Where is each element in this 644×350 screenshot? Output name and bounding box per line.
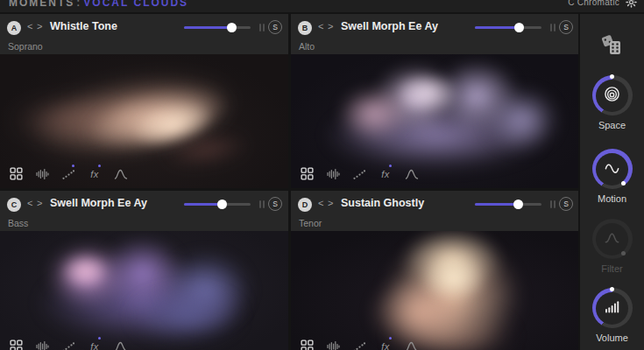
preset-title[interactable]: Sustain Ghostly xyxy=(341,197,424,209)
layers-grid-icon[interactable] xyxy=(299,166,315,181)
level-meter xyxy=(550,24,556,32)
brand-left: MOMENTS xyxy=(9,0,74,9)
notification-dot xyxy=(389,164,392,167)
voice-panel-a: A < > Whistle Tone S Soprano fx xyxy=(0,14,288,188)
space-knob[interactable] xyxy=(592,75,633,116)
space-knob-label: Space xyxy=(598,120,626,130)
brand-separator: : xyxy=(74,0,83,9)
layers-grid-icon[interactable] xyxy=(299,339,315,350)
envelope-icon[interactable] xyxy=(404,166,420,181)
knob-indicator-dot xyxy=(621,251,626,256)
voice-panel-c: C < > Swell Morph Ee Ay S Bass fx xyxy=(0,191,288,350)
slider-fill xyxy=(475,203,518,206)
tool-row: fx xyxy=(299,166,420,181)
waveform-icon[interactable] xyxy=(325,339,341,350)
layers-grid-icon[interactable] xyxy=(8,166,24,181)
scale-selector[interactable]: C Chromatic xyxy=(568,0,619,7)
slider-thumb[interactable] xyxy=(514,23,524,32)
next-preset-icon[interactable]: > xyxy=(37,21,42,32)
voice-badge-d[interactable]: D xyxy=(298,198,312,212)
space-icon xyxy=(604,86,620,106)
filter-icon xyxy=(604,229,620,249)
volume-icon xyxy=(604,298,620,318)
slider-fill xyxy=(184,203,222,206)
solo-button[interactable]: S xyxy=(559,197,573,211)
voice-badge-c[interactable]: C xyxy=(7,198,21,212)
filter-knob[interactable] xyxy=(592,219,633,259)
solo-button[interactable]: S xyxy=(268,197,282,211)
slider-fill xyxy=(475,26,519,29)
tool-row: fx xyxy=(8,166,129,181)
notification-dot xyxy=(98,337,101,340)
volume-knob[interactable] xyxy=(592,288,633,328)
slider-thumb[interactable] xyxy=(513,200,523,209)
brand-title: MOMENTS:VOCAL CLOUDS xyxy=(9,0,188,9)
fx-icon[interactable]: fx xyxy=(87,339,103,350)
preset-title[interactable]: Swell Morph Ee Ay xyxy=(50,197,147,209)
level-slider[interactable] xyxy=(184,203,251,206)
header-bar: MOMENTS:VOCAL CLOUDS C Chromatic xyxy=(0,0,644,12)
next-preset-icon[interactable]: > xyxy=(37,198,42,208)
notification-dot xyxy=(72,164,74,167)
preset-title[interactable]: Swell Morph Ee Ay xyxy=(341,20,438,32)
envelope-icon[interactable] xyxy=(113,339,129,350)
prev-preset-icon[interactable]: < xyxy=(27,198,32,208)
slider-thumb[interactable] xyxy=(227,23,237,32)
solo-button[interactable]: S xyxy=(268,20,282,34)
envelope-icon[interactable] xyxy=(113,166,129,181)
next-preset-icon[interactable]: > xyxy=(328,21,333,32)
knob-indicator-dot xyxy=(610,287,614,291)
tool-row: fx xyxy=(8,339,129,350)
cloud-image xyxy=(0,231,288,350)
steps-sequencer-icon[interactable] xyxy=(60,339,76,350)
volume-knob-label: Volume xyxy=(596,332,628,343)
motion-knob[interactable] xyxy=(592,149,633,189)
steps-sequencer-icon[interactable] xyxy=(60,166,76,181)
layers-grid-icon[interactable] xyxy=(8,339,24,350)
master-sidebar: Space Motion Filter Volume xyxy=(580,14,644,350)
brand-right: VOCAL CLOUDS xyxy=(83,0,188,9)
level-slider[interactable] xyxy=(475,26,541,29)
motion-knob-label: Motion xyxy=(598,193,626,204)
voice-badge-b[interactable]: B xyxy=(298,21,312,35)
solo-button[interactable]: S xyxy=(559,20,573,34)
steps-sequencer-icon[interactable] xyxy=(351,166,367,181)
envelope-icon[interactable] xyxy=(404,339,420,350)
steps-sequencer-icon[interactable] xyxy=(351,339,367,350)
voice-panel-b: B < > Swell Morph Ee Ay S Alto fx xyxy=(291,14,578,188)
fx-icon[interactable]: fx xyxy=(87,166,103,181)
prev-preset-icon[interactable]: < xyxy=(318,198,323,208)
level-meter xyxy=(550,200,556,208)
preset-title[interactable]: Whistle Tone xyxy=(50,20,117,32)
motion-icon xyxy=(604,159,620,179)
voice-type-label: Bass xyxy=(8,218,28,228)
prev-preset-icon[interactable]: < xyxy=(27,21,32,32)
voice-type-label: Tenor xyxy=(299,218,322,228)
knob-indicator-dot xyxy=(610,74,614,79)
fx-icon[interactable]: fx xyxy=(378,339,393,350)
filter-knob-label: Filter xyxy=(601,263,622,274)
voice-type-label: Soprano xyxy=(8,41,43,52)
knob-indicator-dot xyxy=(621,181,626,186)
slider-fill xyxy=(184,26,232,29)
voice-badge-a[interactable]: A xyxy=(7,21,21,35)
plugin-window: MOMENTS:VOCAL CLOUDS C Chromatic A < > W… xyxy=(0,0,644,350)
settings-gear-icon[interactable] xyxy=(626,0,637,11)
level-slider[interactable] xyxy=(475,203,541,206)
waveform-icon[interactable] xyxy=(325,166,341,181)
level-meter xyxy=(259,200,265,208)
cloud-image xyxy=(291,231,578,350)
waveform-icon[interactable] xyxy=(34,166,50,181)
prev-preset-icon[interactable]: < xyxy=(318,21,323,32)
level-slider[interactable] xyxy=(184,26,251,29)
level-meter xyxy=(259,24,265,32)
fx-icon[interactable]: fx xyxy=(378,166,393,181)
waveform-icon[interactable] xyxy=(34,339,50,350)
next-preset-icon[interactable]: > xyxy=(328,198,333,208)
randomize-dice-icon[interactable] xyxy=(600,33,624,60)
notification-dot xyxy=(389,337,392,340)
slider-thumb[interactable] xyxy=(217,200,227,209)
voice-type-label: Alto xyxy=(299,41,315,52)
tool-row: fx xyxy=(299,339,420,350)
voice-panel-d: D < > Sustain Ghostly S Tenor fx xyxy=(291,191,578,350)
